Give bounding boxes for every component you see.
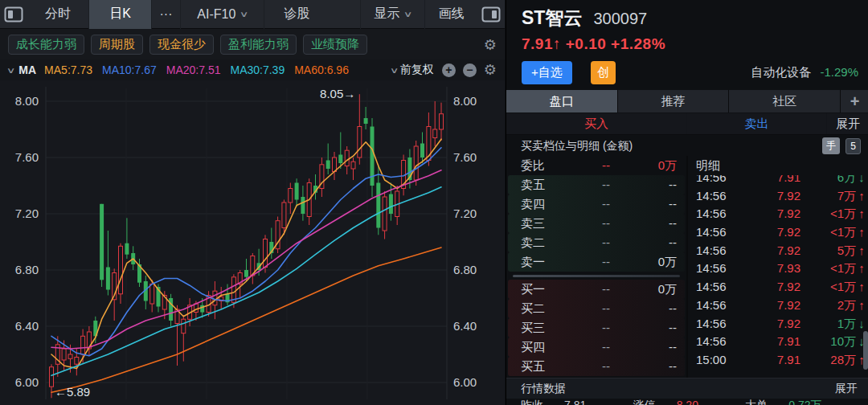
panel-tab-1[interactable]: 盘口 [506,90,617,112]
buy-level-1[interactable]: 买一 -- 0万 [508,280,685,299]
toolbar-tab-label: 显示 [374,6,399,22]
chinext-board-badge: 创 [591,61,616,84]
detail-direction-arrow-icon: ↑ [856,189,867,202]
trade-expand-button[interactable]: 展开 [827,113,868,134]
toolbar-tab-3[interactable]: ··· [151,0,180,29]
chart-toolbar: 分时日K···AI-F10∨诊股显示∨画线 [0,0,505,29]
toolbar-tab-2[interactable]: 日K [88,0,151,29]
detail-time: 14:56 [696,317,727,330]
detail-volume: <1万 [830,207,856,222]
detail-row-1: 14:56 7.91 6万 ↓ [688,175,868,187]
detail-time: 14:56 [696,189,727,202]
stock-tag-2[interactable]: 周期股 [91,35,143,55]
detail-row-5: 14:56 7.92 5万 ↑ [688,242,868,260]
detail-volume: 10万 [830,334,856,350]
level-amount: -- [669,216,677,230]
toolbar-tab-1[interactable]: 分时 [27,0,88,29]
level-count-badge[interactable]: 5 [845,138,861,154]
detail-volume: 6万 [837,175,856,186]
toolbar-tab-label: 诊股 [285,6,310,22]
detail-time: 14:56 [696,207,727,220]
level-amount: -- [669,359,677,373]
industry-change: -1.29% [820,65,858,79]
stock-title: ST智云 300097 [522,6,647,31]
stock-tag-4[interactable]: 盈利能力弱 [220,35,297,55]
zoom-out-button[interactable]: − [463,63,477,77]
levels-section-title: 买卖档位与明细 (金额) [521,139,817,153]
candlestick-chart[interactable]: 8.008.007.607.607.207.206.806.806.406.40… [0,80,505,405]
svg-text:7.20: 7.20 [15,207,39,220]
toolbar-tab-7[interactable]: 画线 [424,0,477,29]
industry-link[interactable]: 自动化设备 [751,65,811,79]
detail-row-7: 14:56 7.92 <1万 ↑ [688,278,868,297]
toolbar-tab-5[interactable]: 诊股 [264,0,330,29]
level-label: 卖一 [521,255,545,270]
detail-time: 14:56 [696,280,727,293]
level-label: 卖二 [521,235,545,251]
quote-panel: ST智云 300097 7.91↑ +0.10 +1.28% +自选 创 自动化… [506,0,868,405]
price-adjust-toggle[interactable]: 前复权 [400,63,434,77]
stock-tag-5[interactable]: 业绩预降 [303,35,367,55]
stock-tag-1[interactable]: 成长能力弱 [8,35,84,55]
toolbar-tab-4[interactable]: AI-F10∨ [180,0,264,29]
detail-time: 14:56 [696,298,727,312]
add-panel-tab-button[interactable]: + [841,90,868,112]
stock-code: 300097 [593,10,647,28]
stock-name: ST智云 [522,6,582,31]
sell-level-3[interactable]: 卖三 -- -- [508,214,685,233]
collapse-left-panel-icon[interactable] [0,0,27,29]
level-ratio: -- [588,158,624,172]
details-scrollbar[interactable] [863,331,868,370]
svg-text:7.60: 7.60 [15,150,39,164]
quote-field-1: 昨收 7.81 [521,399,633,405]
svg-text:8.00: 8.00 [453,94,477,108]
detail-volume: <1万 [830,261,856,276]
stock-tag-3[interactable]: 现金很少 [149,35,214,55]
detail-volume: <1万 [830,280,856,295]
detail-direction-arrow-icon: ↑ [856,298,867,312]
level-ratio: -- [588,216,624,230]
detail-time: 15:00 [696,353,727,366]
buy-level-3[interactable]: 买三 -- -- [508,318,685,338]
level-ratio: -- [588,178,624,191]
level-ratio: -- [588,301,624,315]
toolbar-tab-6[interactable]: 显示∨ [360,0,424,29]
details-list: 14:56 7.91 6万 ↓14:56 7.92 7万 ↑14:56 7.92… [688,175,868,378]
sell-level-4[interactable]: 卖四 -- -- [508,194,685,214]
svg-text:6.80: 6.80 [453,263,477,276]
buy-level-5[interactable]: 买五 -- -- [508,357,685,376]
level-ratio: -- [588,282,624,296]
tags-settings-gear-icon[interactable]: ⚙ [484,38,497,52]
ma-settings-gear-icon[interactable]: ⚙ [484,63,497,77]
level-amount: 0万 [658,282,677,297]
detail-price: 7.91 [777,353,800,366]
detail-row-4: 14:56 7.92 <1万 ↑ [688,223,868,242]
sell-button[interactable]: 卖出 [687,113,826,134]
quote-field-value: 8.20 [677,399,698,405]
ma-values: MA5:7.73MA10:7.67MA20:7.51MA30:7.39MA60:… [44,63,358,76]
sell-level-1[interactable]: 卖一 -- 0万 [508,252,685,272]
buy-level-4[interactable]: 买四 -- -- [508,338,685,357]
ma-title: MA [18,63,36,76]
buy-level-2[interactable]: 买二 -- -- [508,299,685,318]
level-amount: -- [669,321,677,334]
panel-tab-2[interactable]: 推荐 [618,90,729,112]
buy-button[interactable]: 买入 [506,113,686,134]
add-watchlist-button[interactable]: +自选 [522,61,572,84]
ma-collapse-chevron-icon[interactable]: ∨ [6,66,16,75]
panel-tab-3[interactable]: 社区 [729,90,840,112]
collapse-right-panel-icon[interactable] [477,0,505,29]
sell-level-2[interactable]: 卖二 -- -- [508,233,685,252]
svg-text:8.00: 8.00 [15,94,39,108]
zoom-in-button[interactable]: + [442,63,456,77]
ma-value-5: MA60:6.96 [294,63,349,76]
toolbar-tabs: 分时日K···AI-F10∨诊股显示∨画线 [27,0,477,29]
ma-value-4: MA30:7.39 [230,63,285,76]
detail-row-8: 14:56 7.92 2万 ↑ [688,297,868,315]
details-header: 明细 [688,156,868,175]
sell-level-5[interactable]: 卖五 -- -- [508,175,685,194]
quote-expand-button[interactable]: 展开 [835,382,858,396]
quote-field-value: 7.81 [564,399,586,405]
unit-lot-badge[interactable]: 手 [822,137,840,154]
detail-time: 14:56 [696,334,727,348]
